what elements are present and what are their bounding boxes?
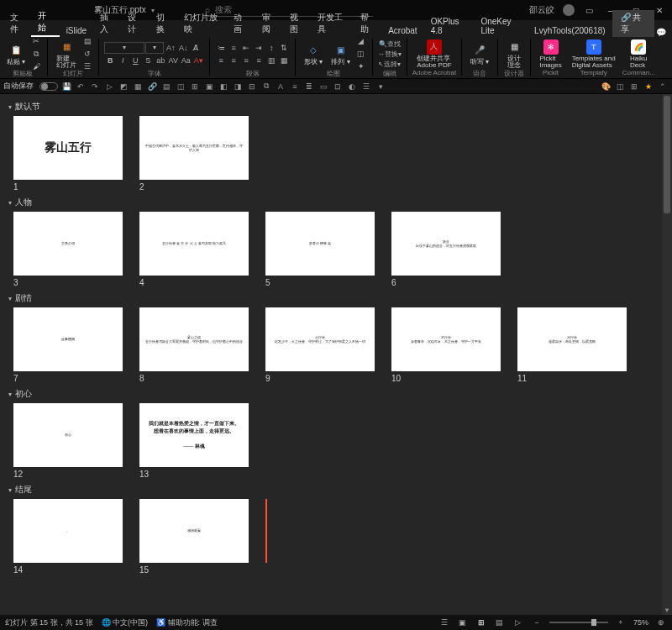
notes-icon[interactable]: ☰ [438, 617, 450, 628]
qat-icon[interactable]: ☰ [360, 81, 372, 92]
qat-right-icon[interactable]: ◫ [614, 81, 626, 92]
text-direction-icon[interactable]: ⇅ [278, 42, 290, 54]
zoom-slider[interactable] [549, 622, 608, 623]
slide-thumbnail[interactable]: 雾山五行1 [13, 116, 123, 192]
outdent-icon[interactable]: ⇤ [240, 42, 252, 54]
zoom-in-icon[interactable]: + [615, 617, 627, 628]
qat-icon[interactable]: A [275, 81, 286, 92]
section-header[interactable]: ▾默认节 [8, 101, 665, 113]
slide-thumbnail[interactable]: 我们就是本着热爱之情，才一直做下来。 想着在喜欢的事情上面，走得更远。 —— 林… [139, 403, 249, 479]
section-header[interactable]: ▾剧情 [8, 292, 665, 304]
ribbon-display-icon[interactable]: ▭ [580, 3, 598, 18]
align-left-icon[interactable]: ≡ [215, 55, 227, 66]
accessibility-button[interactable]: ♿ 辅助功能: 调查 [156, 617, 218, 628]
collapse-ribbon-icon[interactable]: ⌃ [657, 81, 669, 92]
slide-thumbnail[interactable]: 中国古代神话中，金木水火土，被人尊为五行世家，世代相传，守护人间2 [139, 116, 249, 192]
font-size-select[interactable]: ▾ [145, 42, 164, 54]
tab-帮助[interactable]: 帮助 [354, 10, 381, 37]
new-slide-button[interactable]: ▦ 新建 幻灯片 [53, 39, 80, 69]
shapes-button[interactable]: ◇ 形状 ▾ [301, 43, 326, 66]
slideshow-view-icon[interactable]: ▷ [512, 617, 524, 628]
tab-文件[interactable]: 文件 [3, 10, 31, 37]
justify-icon[interactable]: ≡ [253, 55, 265, 66]
haiku-button[interactable]: 🌈 Haiku Deck [627, 39, 650, 69]
qat-icon[interactable]: ▣ [203, 81, 215, 92]
tab-插入[interactable]: 插入 [93, 10, 121, 37]
clear-format-icon[interactable]: A̸ [190, 42, 202, 54]
scroll-down-icon[interactable]: ▼ [662, 605, 672, 615]
adobe-pdf-button[interactable]: 人 创建并共享 Adobe PDF [413, 39, 454, 69]
qat-icon[interactable]: ◨ [232, 81, 244, 92]
arrange-button[interactable]: ▣ 排列 ▾ [328, 43, 353, 66]
sorter-view-icon[interactable]: ⊞ [475, 617, 487, 628]
qat-icon[interactable]: ⊡ [332, 81, 344, 92]
bullets-icon[interactable]: ≔ [215, 42, 227, 54]
paste-button[interactable]: 📋 粘贴 ▾ [3, 43, 29, 66]
undo-icon[interactable]: ↶ [75, 81, 87, 92]
slide-thumbnail[interactable]: 木行使 身着青衣，沉稳可靠，木之使者，守护一方平安10 [391, 307, 501, 383]
decrease-font-icon[interactable]: A↓ [177, 42, 189, 54]
font-color-icon[interactable]: A▾ [192, 55, 204, 66]
fit-window-icon[interactable]: ⊕ [655, 617, 667, 628]
pickit-button[interactable]: ✻ Pickit Images [536, 39, 564, 69]
tab-视图[interactable]: 视图 [283, 10, 311, 37]
italic-icon[interactable]: I [117, 55, 129, 66]
slide-thumbnail[interactable]: 感谢观看15 [139, 499, 249, 575]
find-button[interactable]: 🔍 查找 [378, 39, 402, 49]
zoom-out-icon[interactable]: − [531, 617, 543, 628]
design-ideas-button[interactable]: ▦ 设计 理念 [503, 39, 525, 69]
qat-icon[interactable]: ◧ [218, 81, 229, 92]
indent-icon[interactable]: ⇥ [253, 42, 265, 54]
language-button[interactable]: 🌐 中文(中国) [102, 617, 149, 628]
slide-thumbnail[interactable]: 故事梗概7 [13, 307, 123, 383]
tab-设计[interactable]: 设计 [121, 10, 149, 37]
qat-right-icon[interactable]: ⊞ [628, 81, 640, 92]
tab-开始[interactable]: 开始 [31, 8, 59, 37]
qat-icon[interactable]: ◫ [175, 81, 186, 92]
dictate-button[interactable]: 🎤 听写 ▾ [467, 43, 492, 66]
scrollbar-thumb[interactable] [664, 96, 670, 213]
qat-icon[interactable]: 🔗 [146, 81, 158, 92]
templafy-button[interactable]: T Templates and Digital Assets [569, 39, 619, 69]
section-icon[interactable]: ☰ [81, 60, 93, 72]
tab-切换[interactable]: 切换 [150, 10, 177, 37]
tab-审阅[interactable]: 审阅 [255, 10, 283, 37]
copy-icon[interactable]: ⧉ [30, 48, 42, 60]
tab-Acrobat[interactable]: Acrobat [381, 24, 423, 37]
qat-icon[interactable]: ≣ [303, 81, 315, 92]
change-case-icon[interactable]: Aa [180, 55, 192, 66]
slide-thumbnail[interactable]: 水行使 温柔如水，善良坚韧，以柔克刚11 [517, 307, 627, 383]
replace-button[interactable]: ↔ 替换 ▾ [378, 49, 402, 59]
qat-icon[interactable]: ▤ [160, 81, 172, 92]
qat-icon[interactable]: ⊟ [246, 81, 258, 92]
underline-icon[interactable]: U [129, 55, 141, 66]
qat-right-icon[interactable]: 🎨 [600, 81, 612, 92]
align-right-icon[interactable]: ≡ [240, 55, 252, 66]
slide-thumbnail[interactable]: 。14 [13, 499, 123, 575]
slide-thumbnail[interactable]: 妖兽 出没于雾山的凶兽，对五行使者虎视眈眈6 [391, 212, 501, 287]
select-button[interactable]: ↖ 选择 ▾ [378, 59, 402, 69]
tab-LvyhTools(200618)[interactable]: LvyhTools(200618) [528, 24, 612, 37]
section-header[interactable]: ▾结尾 [8, 484, 665, 496]
qat-icon[interactable]: ⊞ [189, 81, 201, 92]
slide-thumbnail[interactable]: 五行使者 金 木 水 火 土 各司其职 能力超凡4 [139, 212, 249, 287]
shape-effects-icon[interactable]: ✦ [355, 60, 367, 72]
font-family-select[interactable]: ▾ [104, 42, 144, 54]
columns-icon[interactable]: ▥ [265, 55, 277, 66]
share-button[interactable]: 🔗 共享 [612, 10, 654, 37]
qat-icon[interactable]: ▭ [318, 81, 329, 92]
slide-thumbnail[interactable]: 苏暮云 梅林 焱5 [265, 212, 375, 287]
normal-view-icon[interactable]: ▣ [457, 617, 469, 628]
tab-开发工具[interactable]: 开发工具 [311, 10, 354, 37]
avatar[interactable] [563, 4, 575, 16]
layout-icon[interactable]: ▤ [81, 35, 93, 47]
smartart-icon[interactable]: ▦ [278, 55, 290, 66]
slide-thumbnail[interactable]: 火行使 红发少年，火之使者，守护村庄，为了保护所爱之人不惜一切9 [265, 307, 375, 383]
spacing-icon[interactable]: AV [167, 55, 179, 66]
slideshow-icon[interactable]: ▷ [103, 81, 115, 92]
qat-icon[interactable]: ◐ [346, 81, 358, 92]
tab-幻灯片放映[interactable]: 幻灯片放映 [177, 10, 227, 37]
comments-icon[interactable]: 💬 [654, 28, 669, 37]
slide-thumbnail[interactable]: 雾山之战 五行使者与妖兽大军展开激战，守护着村民，也守护着心中的信念8 [139, 307, 249, 383]
slide-thumbnail[interactable]: 主角介绍3 [13, 212, 123, 287]
